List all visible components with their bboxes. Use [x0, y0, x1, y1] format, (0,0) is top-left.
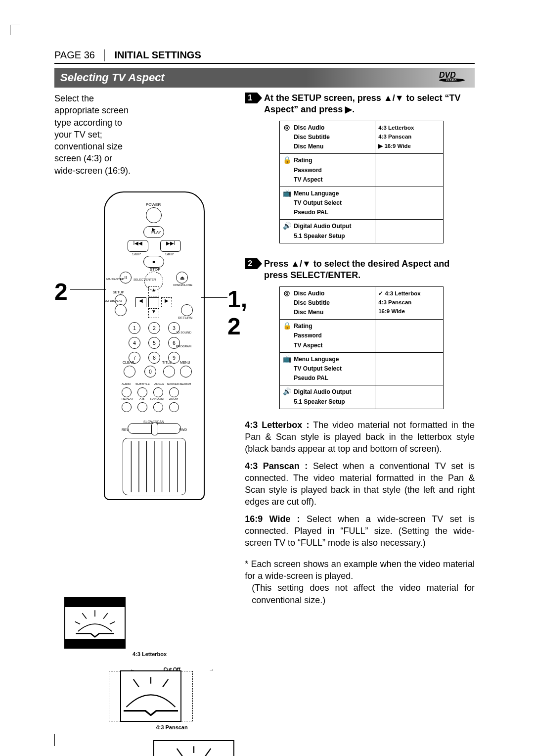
svg-text:DVD: DVD: [439, 71, 456, 79]
audio-button: [122, 387, 132, 397]
svg-line-11: [82, 613, 87, 618]
step-2-text: Press ▲/▼ to select the desired Aspect a…: [264, 258, 475, 282]
svg-line-14: [110, 622, 115, 624]
thumb-panscan-label: 4:3 Panscan: [109, 724, 235, 730]
speaker-icon: 🔊: [283, 387, 291, 395]
clear-button: [124, 366, 135, 378]
dpad-right: ▶: [161, 297, 172, 307]
page-title: Selecting TV Aspect: [60, 71, 165, 84]
thumb-letterbox: [64, 597, 126, 649]
svg-line-20: [205, 749, 211, 756]
svg-line-13: [75, 622, 80, 624]
callout-number-1-2: 1, 2: [227, 285, 247, 340]
dpad-down: ▼: [148, 308, 159, 318]
tv-icon: 📺: [283, 355, 291, 363]
zoom-button: [169, 402, 179, 412]
num-4: 4: [129, 337, 140, 349]
dpad-up: ▲: [148, 286, 159, 296]
svg-text:V I D E O: V I D E O: [446, 79, 456, 82]
menu-button: [180, 366, 192, 378]
slow-scan-track: [128, 423, 181, 434]
remote-outline: POWER PLAY ▶ I◀◀ SKIP ▶▶I SKIP ■ STOP II…: [104, 191, 205, 500]
svg-line-19: [177, 749, 182, 756]
num-1: 1: [129, 322, 140, 334]
desc-letterbox: 4:3 Letterbox : The video material not f…: [245, 419, 475, 455]
page-number: PAGE 36: [54, 49, 95, 60]
disc-icon: ◎: [283, 123, 291, 131]
remote-diagram: 2 1, 2 POWER PLAY ▶ I◀◀ SKIP ▶▶I SKIP: [54, 191, 235, 508]
jog-wheel: [123, 438, 186, 495]
page-header: PAGE 36 │ INITIAL SETTINGS: [54, 49, 475, 64]
random-button: [153, 402, 163, 412]
manual-page: PAGE 36 │ INITIAL SETTINGS Selecting TV …: [54, 49, 475, 716]
thumb-panscan: [120, 670, 181, 722]
svg-line-17: [163, 679, 168, 687]
repeat-button: [122, 402, 132, 412]
skip-next-button: ▶▶I: [160, 240, 181, 252]
stop-button: ■: [143, 256, 164, 268]
skip-prev-button: I◀◀: [128, 240, 148, 252]
svg-line-16: [134, 679, 139, 687]
num-5: 5: [148, 337, 160, 349]
num-0: 0: [144, 366, 156, 378]
osd-menu-1: ◎Disc AudioDisc SubtitleDisc Menu 4:3 Le…: [279, 121, 444, 243]
thumb-letterbox-label: 4:3 Letterbox: [64, 651, 235, 657]
step-badge-1: 1: [245, 93, 257, 103]
lock-icon: 🔒: [283, 156, 291, 164]
title-button: [163, 366, 175, 378]
step-1: 1 At the SETUP screen, press ▲/▼ to sele…: [245, 93, 475, 116]
step-1-text: At the SETUP screen, press ▲/▼ to select…: [264, 93, 475, 116]
aspect-thumbnails: 4:3 Letterbox ←Cut Off→: [54, 597, 235, 756]
eject-button: ⏏: [176, 272, 188, 284]
svg-line-12: [103, 613, 108, 618]
crop-mark: [10, 25, 20, 35]
desc-wide: 16:9 Wide : Select when a wide-screen TV…: [245, 513, 475, 549]
power-button: [146, 207, 162, 223]
dpad-left: ◀: [135, 297, 146, 307]
tv-icon: 📺: [283, 189, 291, 197]
gui-display-button: [115, 304, 127, 316]
marker-button: [169, 387, 179, 397]
ab-button: [137, 402, 147, 412]
step-badge-2: 2: [245, 258, 257, 269]
title-bar: Selecting TV Aspect DVD V I D E O: [54, 68, 475, 88]
dvd-logo: DVD V I D E O: [439, 71, 469, 85]
play-button: ▶: [143, 226, 164, 238]
step-2: 2 Press ▲/▼ to select the desired Aspect…: [245, 258, 475, 282]
disc-icon: ◎: [283, 289, 291, 297]
return-button: [181, 304, 193, 316]
num-2: 2: [148, 322, 160, 334]
note: * Each screen shows an example when the …: [245, 558, 475, 606]
subtitle-button: [137, 387, 147, 397]
section-title: INITIAL SETTINGS: [115, 49, 201, 60]
osd-menu-2: ◎Disc AudioDisc SubtitleDisc Menu ✓ 4:3 …: [279, 286, 444, 409]
desc-panscan: 4:3 Panscan : Select when a conventional…: [245, 460, 475, 508]
callout-number-2: 2: [54, 278, 68, 305]
angle-button: [153, 387, 163, 397]
intro-text: Select the appropriate screen type accor…: [54, 93, 134, 177]
lock-icon: 🔒: [283, 322, 291, 330]
num-8: 8: [148, 352, 160, 364]
speaker-icon: 🔊: [283, 222, 291, 230]
thumb-wide: [153, 740, 234, 756]
